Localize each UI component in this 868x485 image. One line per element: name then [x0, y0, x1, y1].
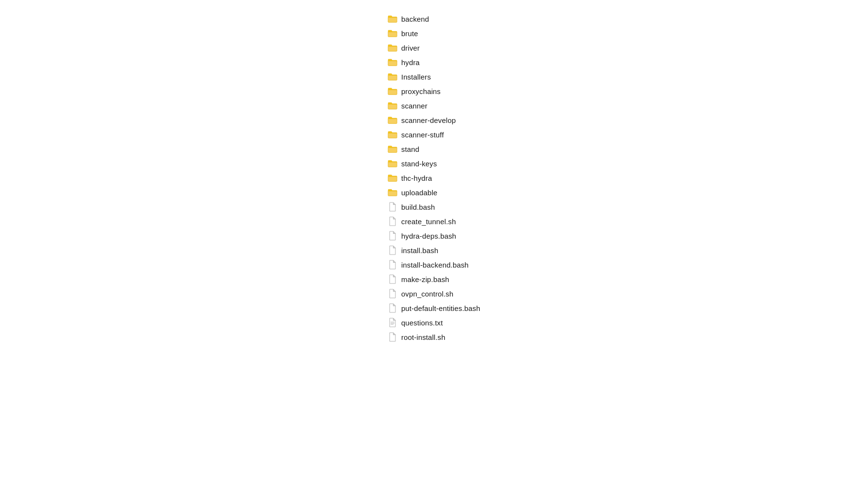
file-icon [388, 260, 397, 269]
list-item[interactable]: install-backend.bash [384, 257, 484, 272]
file-list: backend brute driver hydra Installers pr… [384, 10, 484, 485]
item-name: proxychains [401, 87, 441, 95]
item-name: hydra-deps.bash [401, 232, 456, 240]
item-name: ovpn_control.sh [401, 290, 453, 298]
list-item[interactable]: backend [384, 12, 484, 26]
list-item[interactable]: brute [384, 26, 484, 40]
folder-icon [388, 72, 397, 81]
list-item[interactable]: hydra [384, 55, 484, 69]
file-icon [388, 216, 397, 226]
item-name: install.bash [401, 246, 438, 255]
list-item[interactable]: thc-hydra [384, 171, 484, 185]
file-icon [388, 202, 397, 212]
folder-icon [388, 28, 397, 38]
item-name: put-default-entities.bash [401, 304, 480, 312]
file-icon [388, 303, 397, 313]
folder-icon [388, 43, 397, 53]
list-item[interactable]: install.bash [384, 243, 484, 257]
item-name: stand-keys [401, 160, 437, 168]
list-item[interactable]: Installers [384, 69, 484, 84]
item-name: thc-hydra [401, 174, 432, 182]
item-name: scanner-develop [401, 116, 456, 124]
list-item[interactable]: hydra-deps.bash [384, 229, 484, 243]
item-name: create_tunnel.sh [401, 217, 456, 226]
list-item[interactable]: scanner-develop [384, 113, 484, 127]
item-name: Installers [401, 73, 431, 81]
list-item[interactable]: put-default-entities.bash [384, 301, 484, 315]
item-name: stand [401, 145, 419, 153]
item-name: install-backend.bash [401, 261, 469, 269]
list-item[interactable]: uploadable [384, 185, 484, 200]
list-item[interactable]: make-zip.bash [384, 272, 484, 286]
file-icon [388, 289, 397, 298]
item-name: uploadable [401, 189, 437, 197]
file-icon [388, 245, 397, 255]
list-item[interactable]: scanner-stuff [384, 127, 484, 142]
folder-icon [388, 86, 397, 96]
item-name: build.bash [401, 203, 435, 211]
item-name: questions.txt [401, 319, 443, 327]
list-item[interactable]: driver [384, 40, 484, 55]
list-item[interactable]: create_tunnel.sh [384, 214, 484, 229]
folder-icon [388, 188, 397, 197]
list-item[interactable]: stand-keys [384, 156, 484, 171]
item-name: backend [401, 15, 429, 23]
item-name: scanner [401, 102, 427, 110]
folder-icon [388, 14, 397, 24]
list-item[interactable]: proxychains [384, 84, 484, 98]
list-item[interactable]: build.bash [384, 200, 484, 214]
list-item[interactable]: root-install.sh [384, 330, 484, 344]
folder-icon [388, 57, 397, 67]
list-item[interactable]: ovpn_control.sh [384, 286, 484, 301]
folder-icon [388, 173, 397, 183]
file-icon [388, 231, 397, 241]
item-name: scanner-stuff [401, 131, 444, 139]
file-lines-icon [388, 318, 397, 327]
list-item[interactable]: scanner [384, 98, 484, 113]
list-item[interactable]: questions.txt [384, 315, 484, 330]
folder-icon [388, 159, 397, 168]
item-name: make-zip.bash [401, 275, 449, 283]
item-name: root-install.sh [401, 333, 445, 341]
item-name: brute [401, 29, 418, 38]
folder-icon [388, 130, 397, 139]
folder-icon [388, 115, 397, 125]
file-icon [388, 332, 397, 342]
folder-icon [388, 144, 397, 154]
list-item[interactable]: stand [384, 142, 484, 156]
item-name: driver [401, 44, 420, 52]
folder-icon [388, 101, 397, 110]
item-name: hydra [401, 58, 420, 67]
file-icon [388, 274, 397, 284]
